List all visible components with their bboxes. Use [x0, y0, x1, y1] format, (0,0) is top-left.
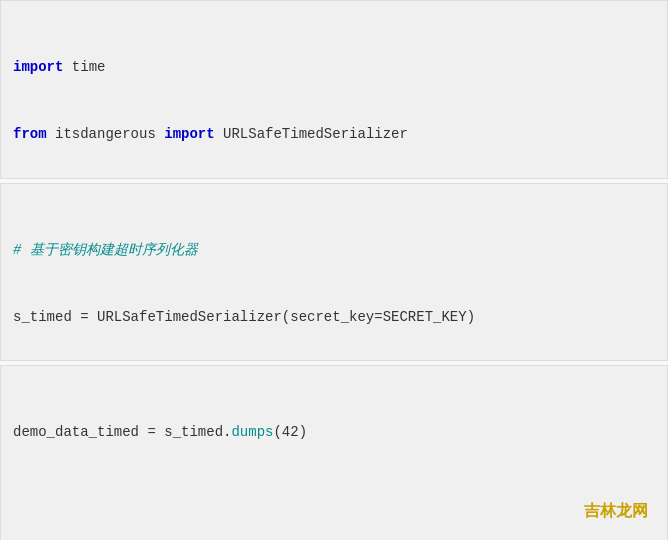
code-line: s_timed = URLSafeTimedSerializer(secret_…: [13, 306, 655, 328]
code-line: demo_data_timed = s_timed.dumps(42): [13, 421, 655, 443]
code-line: [13, 488, 655, 510]
code-line: # 基于密钥构建超时序列化器: [13, 239, 655, 261]
code-line: from itsdangerous import URLSafeTimedSer…: [13, 123, 655, 145]
watermark: 吉林龙网: [584, 501, 648, 522]
code-block-1: import time from itsdangerous import URL…: [0, 0, 668, 179]
code-line: import time: [13, 56, 655, 78]
code-block-2: # 基于密钥构建超时序列化器 s_timed = URLSafeTimedSer…: [0, 183, 668, 362]
code-block-3: demo_data_timed = s_timed.dumps(42) for …: [0, 365, 668, 540]
